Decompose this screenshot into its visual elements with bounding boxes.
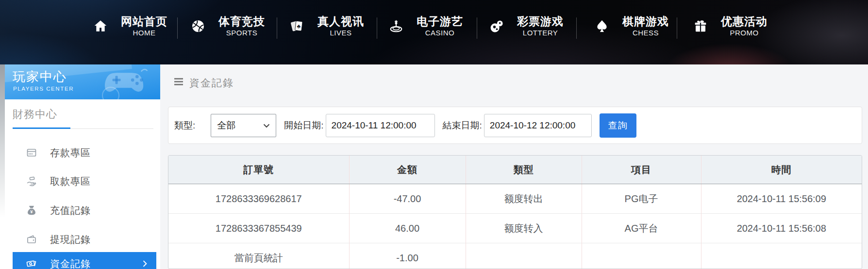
sidebar-item-label: 提現記錄 — [50, 233, 91, 246]
cell-amount: -1.00 — [349, 243, 466, 269]
sidebar-item-label: 資金記錄 — [50, 257, 91, 269]
nav-label-en: CASINO — [425, 28, 455, 37]
table-header-row: 訂單號 金額 類型 項目 時間 — [168, 156, 862, 184]
players-center-banner: 玩家中心 PLAYERS CENTER — [5, 64, 160, 99]
nav-item-lives[interactable]: ♣ 真人视讯LIVES — [289, 15, 364, 38]
cell-summary-label: 當前頁統計 — [168, 243, 349, 269]
main-content: 資金記錄 類型: 全部 開始日期: 結束日期: 查詢 訂單號 金額 — [160, 64, 868, 269]
nav-divider — [277, 17, 277, 39]
funds-record-table: 訂單號 金額 類型 項目 時間 1728633369628617 -47.00 … — [168, 155, 862, 269]
sidebar-item-recharge-record[interactable]: ¥ 充值記錄 — [13, 199, 156, 222]
sidebar-item-label: 取款專區 — [50, 175, 91, 188]
col-header-type: 類型 — [466, 156, 582, 184]
sidebar-item-withdraw[interactable]: 取款專區 — [13, 170, 156, 193]
type-select[interactable]: 全部 — [211, 114, 276, 137]
search-button[interactable]: 查詢 — [600, 113, 636, 138]
start-date-input[interactable] — [326, 114, 435, 137]
lottery-balls-icon — [489, 18, 504, 34]
cell-order-no: 1728633369628617 — [168, 184, 349, 214]
cell-time: 2024-10-11 15:56:08 — [701, 214, 862, 243]
table-row: 1728633367855439 46.00 额度转入 AG平台 2024-10… — [168, 214, 862, 243]
filter-panel: 類型: 全部 開始日期: 結束日期: 查詢 — [168, 107, 862, 144]
nav-item-chess[interactable]: 棋牌游戏CHESS — [594, 15, 669, 38]
nav-divider — [377, 17, 377, 39]
sidebar-item-deposit[interactable]: 存款專區 — [13, 141, 156, 164]
nav-label-zh: 网站首页 — [121, 15, 167, 28]
svg-text:¥: ¥ — [30, 209, 33, 214]
app-window: 网站首页HOME 体育竞技SPORTS ♣ 真人视讯LIVES 电子游艺CASI… — [0, 0, 868, 269]
nav-label-zh: 棋牌游戏 — [622, 15, 669, 28]
sidebar-subtitle: PLAYERS CENTER — [13, 86, 74, 92]
nav-label-en: LOTTERY — [523, 28, 558, 37]
cell-item: PG电子 — [582, 184, 701, 214]
nav-label-en: PROMO — [730, 28, 758, 37]
sidebar: 玩家中心 PLAYERS CENTER 財務中心 存款專區 取款專區 ¥ 充值記… — [5, 64, 160, 269]
nav-label-zh: 电子游艺 — [417, 15, 463, 28]
sidebar-item-withdrawal-record[interactable]: 提現記錄 — [13, 228, 156, 251]
end-date-input[interactable] — [484, 114, 592, 137]
nav-label-en: SPORTS — [226, 28, 257, 37]
deposit-machine-icon — [26, 147, 37, 158]
basketball-icon — [190, 18, 206, 34]
gift-icon — [693, 18, 708, 34]
nav-label-en: CHESS — [633, 28, 659, 37]
nav-item-casino[interactable]: 电子游艺CASINO — [388, 15, 463, 38]
nav-divider — [576, 17, 577, 39]
section-divider-accent — [13, 127, 70, 129]
nav-label-zh: 优惠活动 — [721, 15, 768, 28]
cell-order-no: 1728633367855439 — [168, 214, 349, 243]
cell-amount: -47.00 — [349, 184, 466, 214]
cell-type: 额度转出 — [466, 184, 582, 214]
spade-icon — [594, 18, 610, 34]
top-nav: 网站首页HOME 体育竞技SPORTS ♣ 真人视讯LIVES 电子游艺CASI… — [0, 0, 868, 64]
home-icon — [93, 18, 108, 34]
nav-item-promo[interactable]: 优惠活动PROMO — [693, 15, 768, 38]
type-label: 類型: — [174, 119, 195, 132]
nav-item-lottery[interactable]: 彩票游戏LOTTERY — [489, 15, 564, 38]
cell-type — [466, 243, 582, 269]
end-date-label: 結束日期: — [443, 119, 482, 132]
playing-cards-icon: ♣ — [289, 18, 305, 34]
nav-label-en: LIVES — [330, 28, 351, 37]
nav-label-zh: 真人视讯 — [317, 15, 364, 28]
summary-row: 當前頁統計 -1.00 — [168, 243, 862, 269]
col-header-amount: 金額 — [349, 156, 466, 184]
roulette-icon — [388, 18, 404, 34]
cell-time: 2024-10-11 15:56:09 — [701, 184, 862, 214]
type-select-value: 全部 — [217, 119, 235, 132]
wallet-icon — [26, 234, 37, 245]
page-left-gutter — [0, 64, 5, 269]
col-header-order-no: 訂單號 — [168, 156, 349, 184]
nav-item-sports[interactable]: 体育竞技SPORTS — [190, 15, 265, 38]
sidebar-title: 玩家中心 — [13, 68, 67, 85]
finance-section-title: 財務中心 — [13, 107, 57, 122]
sidebar-item-funds-record[interactable]: 資金記錄 — [13, 252, 156, 269]
nav-item-home[interactable]: 网站首页HOME — [93, 15, 167, 38]
page-title: 資金記錄 — [189, 76, 234, 90]
nav-divider — [477, 17, 477, 39]
nav-label-zh: 体育竞技 — [218, 15, 265, 28]
col-header-time: 時間 — [701, 156, 862, 184]
hand-money-icon — [26, 175, 37, 187]
cell-type: 额度转入 — [466, 214, 582, 243]
cell-time — [701, 243, 862, 269]
nav-label-zh: 彩票游戏 — [517, 15, 564, 28]
table-row: 1728633369628617 -47.00 额度转出 PG电子 2024-1… — [168, 184, 862, 214]
cell-item: AG平台 — [582, 214, 701, 243]
sidebar-item-label: 充值記錄 — [50, 204, 91, 217]
nav-label-en: HOME — [133, 28, 156, 37]
start-date-label: 開始日期: — [284, 119, 323, 132]
menu-toggle-icon[interactable] — [174, 78, 183, 86]
sidebar-item-label: 存款專區 — [50, 146, 91, 159]
cell-item — [582, 243, 701, 269]
nav-divider — [177, 17, 178, 39]
col-header-item: 項目 — [582, 156, 701, 184]
chevron-right-icon — [140, 259, 150, 269]
banknotes-icon — [26, 258, 37, 269]
nav-divider — [677, 17, 677, 39]
money-bag-icon: ¥ — [26, 205, 37, 216]
chevron-down-icon — [263, 121, 270, 130]
cell-amount: 46.00 — [349, 214, 466, 243]
